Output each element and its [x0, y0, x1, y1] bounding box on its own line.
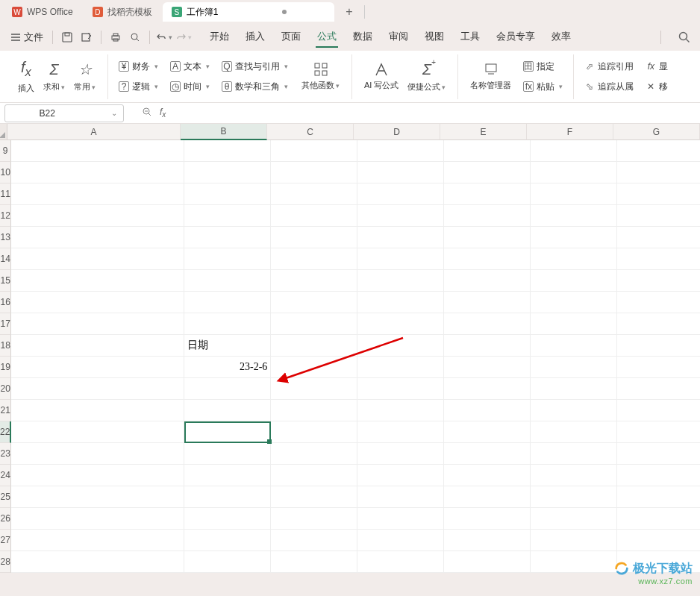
cell[interactable] — [444, 421, 531, 443]
row-header[interactable]: 27 — [0, 530, 11, 551]
cell[interactable] — [184, 270, 271, 292]
cell[interactable] — [357, 205, 444, 227]
cell[interactable] — [271, 227, 357, 248]
cell[interactable] — [531, 205, 617, 227]
cell[interactable] — [617, 140, 700, 162]
col-header-a[interactable]: A — [7, 124, 181, 140]
cell[interactable] — [531, 335, 617, 357]
cell[interactable] — [617, 378, 700, 400]
row-header[interactable]: 21 — [0, 400, 11, 421]
cell[interactable] — [531, 292, 617, 313]
cell[interactable] — [357, 270, 444, 292]
row-header[interactable]: 19 — [0, 357, 11, 378]
cell[interactable] — [617, 292, 700, 313]
cell[interactable] — [271, 508, 357, 530]
time-button[interactable]: ◷时间▾ — [167, 79, 213, 95]
tab-tools[interactable]: 工具 — [459, 27, 481, 48]
cell[interactable] — [531, 248, 617, 270]
cell[interactable] — [184, 465, 271, 486]
cell[interactable] — [11, 530, 184, 551]
col-header-c[interactable]: C — [267, 124, 354, 140]
cell[interactable] — [271, 465, 357, 486]
cell[interactable] — [444, 248, 531, 270]
cell[interactable] — [11, 162, 184, 183]
cell[interactable] — [184, 443, 271, 465]
fx-icon[interactable]: fx — [160, 107, 166, 119]
cell[interactable] — [617, 162, 700, 183]
cell[interactable] — [617, 248, 700, 270]
cell[interactable] — [271, 443, 357, 465]
cell[interactable] — [357, 486, 444, 508]
cell[interactable] — [184, 421, 271, 443]
other-functions-button[interactable]: 其他函数▾ — [297, 62, 344, 91]
cell[interactable] — [617, 357, 700, 378]
cell[interactable] — [617, 508, 700, 530]
trace-precedents-button[interactable]: ⬀追踪引用 — [581, 59, 637, 75]
cell[interactable] — [531, 227, 617, 248]
cell[interactable] — [271, 183, 357, 205]
cell[interactable] — [617, 530, 700, 551]
cell[interactable] — [271, 357, 357, 378]
save-button[interactable] — [59, 29, 75, 46]
cell[interactable] — [11, 205, 184, 227]
cell[interactable] — [357, 508, 444, 530]
cell[interactable] — [357, 465, 444, 486]
print-preview-button[interactable] — [127, 29, 143, 46]
cell[interactable] — [531, 530, 617, 551]
cell[interactable] — [184, 508, 271, 530]
common-button[interactable]: ☆ 常用▾ — [69, 60, 100, 92]
cell[interactable] — [357, 443, 444, 465]
cell[interactable] — [184, 313, 271, 335]
cell[interactable] — [617, 313, 700, 335]
cell[interactable] — [617, 400, 700, 421]
cell[interactable] — [444, 335, 531, 357]
cell[interactable] — [11, 400, 184, 421]
cell[interactable] — [357, 248, 444, 270]
cell[interactable] — [617, 335, 700, 357]
cell[interactable] — [184, 378, 271, 400]
cell[interactable] — [531, 421, 617, 443]
tab-wps-office[interactable]: W WPS Office — [3, 2, 82, 22]
remove-arrows-button[interactable]: ✕移 — [643, 79, 671, 95]
cell[interactable] — [617, 486, 700, 508]
select-all-corner[interactable] — [0, 124, 7, 140]
tab-view[interactable]: 视图 — [423, 27, 446, 48]
cell[interactable] — [444, 443, 531, 465]
show-formula-button[interactable]: fx显 — [643, 59, 671, 75]
cell[interactable] — [184, 205, 271, 227]
cell[interactable] — [271, 486, 357, 508]
cell[interactable] — [531, 183, 617, 205]
row-header[interactable]: 15 — [0, 270, 11, 292]
redo-button[interactable]: ▾ — [175, 29, 192, 46]
row-header[interactable]: 10 — [0, 162, 11, 183]
trace-dependents-button[interactable]: ⬂追踪从属 — [581, 79, 637, 95]
cell[interactable] — [11, 183, 184, 205]
cell[interactable] — [617, 227, 700, 248]
cell[interactable] — [357, 530, 444, 551]
cell[interactable] — [11, 508, 184, 530]
cell[interactable] — [357, 183, 444, 205]
cell[interactable] — [531, 162, 617, 183]
cell[interactable] — [271, 421, 357, 443]
cell[interactable] — [184, 551, 271, 573]
cell[interactable]: 日期 — [184, 335, 271, 357]
row-header[interactable]: 18 — [0, 335, 11, 357]
cell[interactable] — [617, 183, 700, 205]
row-header[interactable]: 26 — [0, 508, 11, 530]
row-header[interactable]: 12 — [0, 205, 11, 227]
cell[interactable] — [531, 313, 617, 335]
col-header-d[interactable]: D — [354, 124, 440, 140]
cell[interactable] — [271, 248, 357, 270]
row-header[interactable]: 14 — [0, 248, 11, 270]
row-header[interactable]: 16 — [0, 292, 11, 313]
tab-insert[interactable]: 插入 — [244, 27, 266, 48]
cell[interactable]: 23-2-6 — [184, 357, 271, 378]
add-tab-button[interactable]: + — [342, 4, 357, 19]
cell[interactable] — [11, 270, 184, 292]
lookup-button[interactable]: Q查找与引用▾ — [219, 59, 291, 75]
cell[interactable] — [444, 357, 531, 378]
name-box[interactable]: B22 ⌄ — [4, 104, 124, 122]
row-header[interactable]: 24 — [0, 465, 11, 486]
cell[interactable] — [357, 551, 444, 573]
cell[interactable] — [184, 486, 271, 508]
